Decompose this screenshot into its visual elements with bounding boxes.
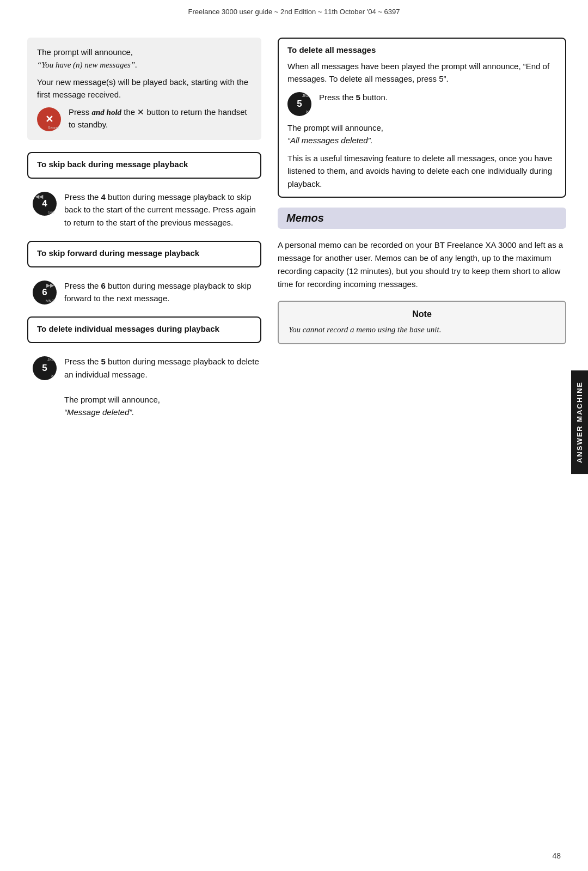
page-header: Freelance 3000 user guide ~ 2nd Edition … <box>0 0 588 21</box>
note-title: Note <box>289 309 555 319</box>
delete-all-box: To delete all messages When all messages… <box>278 38 566 198</box>
skip-back-callout: To skip back during message playback <box>27 152 261 179</box>
delete-all-para3: The prompt will announce, “All messages … <box>287 121 556 147</box>
delete-all-para1: When all messages have been played the p… <box>287 60 556 86</box>
skip-back-title: To skip back during message playback <box>37 160 252 169</box>
button-6-icon: ▶▶ 6 MNO <box>33 281 57 304</box>
side-tab: Answer Machine <box>571 370 588 474</box>
delete-all-press-text: Press the 5 button. <box>319 91 388 103</box>
skip-forward-body: Press the 6 button during message playba… <box>64 279 261 305</box>
intro-para2: Your new message(s) will be played back,… <box>37 76 252 101</box>
skip-back-section: ◀◀ 4 GHI Press the 4 button during messa… <box>27 191 261 229</box>
memos-header: Memos <box>278 208 566 229</box>
delete-individual-section: 5 JKL ✕ Press the 5 button during messag… <box>27 355 261 418</box>
button-4-icon: ◀◀ 4 GHI <box>33 192 57 216</box>
button-5a-icon: 5 JKL ✕ <box>33 356 57 380</box>
delete-individual-callout: To delete individual messages during pla… <box>27 316 261 343</box>
intro-para1: The prompt will announce, “You have (n) … <box>37 46 252 71</box>
delete-all-title: To delete all messages <box>287 45 556 54</box>
delete-individual-body: Press the 5 button during message playba… <box>64 355 261 418</box>
note-box: Note You cannot record a memo using the … <box>278 301 566 345</box>
intro-block: The prompt will announce, “You have (n) … <box>27 38 261 140</box>
button-5b-icon: 5 JKL ✕ <box>287 92 311 116</box>
skip-forward-title: To skip forward during message playback <box>37 248 252 258</box>
delete-all-para4: This is a useful timesaving feature to d… <box>287 152 556 190</box>
skip-back-body: Press the 4 button during message playba… <box>64 191 261 229</box>
memos-body: A personal memo can be recorded on your … <box>278 239 566 291</box>
skip-forward-callout: To skip forward during message playback <box>27 241 261 267</box>
page-number: 48 <box>552 851 561 860</box>
delete-all-button-row: 5 JKL ✕ Press the 5 button. <box>287 91 556 116</box>
skip-forward-section: ▶▶ 6 MNO Press the 6 button during messa… <box>27 279 261 305</box>
right-column: To delete all messages When all messages… <box>278 38 566 419</box>
intro-para3: Press and hold the ✕ button to return th… <box>69 106 252 131</box>
header-text: Freelance 3000 user guide ~ 2nd Edition … <box>188 8 400 16</box>
left-column: The prompt will announce, “You have (n) … <box>27 38 261 419</box>
intro-button-row: ✕ Secret Press and hold the ✕ button to … <box>37 106 252 131</box>
page-content: The prompt will announce, “You have (n) … <box>0 21 588 441</box>
note-body: You cannot record a memo using the base … <box>289 324 555 336</box>
x-button-icon: ✕ Secret <box>37 107 61 131</box>
delete-individual-title: To delete individual messages during pla… <box>37 324 252 333</box>
